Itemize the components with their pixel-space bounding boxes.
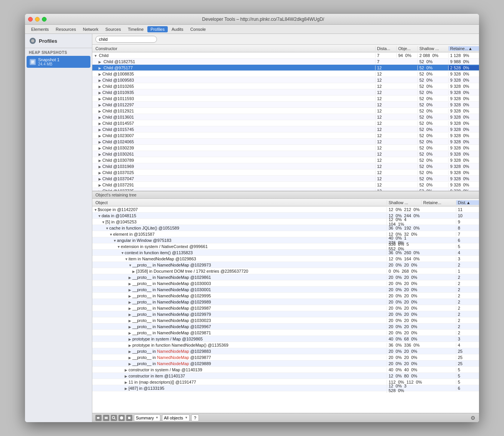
row-shallow: 52 0% bbox=[417, 65, 448, 70]
row-dist: 12 bbox=[375, 65, 396, 70]
summary-dropdown[interactable]: Summary ▼ bbox=[134, 414, 160, 421]
lower-row[interactable]: ▶__proto__ in NamedNodeMap @102998920 0%… bbox=[92, 299, 479, 305]
lower-row[interactable]: ▶__proto__ in NamedNodeMap @102996720 0%… bbox=[92, 324, 479, 330]
table-row[interactable]: ▶Child @10230071252 0%9 328 0% bbox=[92, 132, 479, 139]
table-row[interactable]: ▶Child @10370471252 0%9 328 0% bbox=[92, 176, 479, 182]
menu-network[interactable]: Network bbox=[80, 26, 101, 32]
title-bar: Developer Tools – http://run.plnkr.co/7a… bbox=[25, 14, 479, 25]
lower-row[interactable]: ▼$scope in @114220712 0% 212 0%11 bbox=[92, 206, 479, 213]
svg-marker-7 bbox=[98, 417, 100, 419]
table-row[interactable]: ▶Child @10115931252 0%9 328 0% bbox=[92, 96, 479, 102]
lower-row[interactable]: ▶__proto__ in NamedNodeMap @103000320 0%… bbox=[92, 280, 479, 287]
filter-dropdown[interactable]: All objects ▼ bbox=[162, 414, 190, 421]
table-row[interactable]: ▶Child @10372911252 0%9 328 0% bbox=[92, 182, 479, 188]
table-row[interactable]: ▶Child @10302391252 0%9 328 0% bbox=[92, 145, 479, 151]
main-panel: Constructor Dista... Obje... Shallow ...… bbox=[92, 34, 479, 422]
lower-header-dist[interactable]: Dist.▲ bbox=[456, 200, 479, 205]
lower-row[interactable]: ▶__proto__ in NamedNodeMap @102987120 0%… bbox=[92, 330, 479, 336]
lower-header-retained[interactable]: Retaine... bbox=[421, 200, 456, 205]
table-row[interactable]: ▶Child @10240651252 0%9 328 0% bbox=[92, 139, 479, 145]
search-input[interactable] bbox=[95, 36, 157, 43]
menu-audits[interactable]: Audits bbox=[169, 26, 187, 32]
row-constructor: ▶ Child @975177 bbox=[92, 65, 375, 70]
menu-resources[interactable]: Resources bbox=[53, 26, 79, 32]
search-icon[interactable] bbox=[111, 415, 117, 421]
table-row[interactable]: ▶Child @10109351252 0%9 328 0% bbox=[92, 89, 479, 96]
lower-row[interactable]: ▶[3358] in Document DOM tree / 1792 entr… bbox=[92, 268, 479, 274]
menu-console[interactable]: Console bbox=[187, 26, 209, 32]
table-row-selected[interactable]: ▶ Child @975177 12 52 0% 2 528 0% bbox=[92, 65, 479, 71]
lower-row[interactable]: ▶__proto__ in NamedNodeMap @103000120 0%… bbox=[92, 287, 479, 293]
header-constructor: Constructor bbox=[92, 46, 375, 51]
menu-timeline[interactable]: Timeline bbox=[125, 26, 147, 32]
lower-row[interactable]: ▶__proto__ in NamedNodeMap @102987720 0%… bbox=[92, 354, 479, 361]
table-row[interactable]: ▶Child @10136011252 0%9 328 0% bbox=[92, 114, 479, 120]
settings-icon[interactable]: ⚙ bbox=[470, 415, 476, 421]
table-row[interactable]: ▶Child @10145571252 0%9 328 0% bbox=[92, 120, 479, 126]
lower-row[interactable]: ▼extension in system / NativeContext @99… bbox=[92, 243, 479, 250]
lower-row[interactable]: ▶prototype in system / Map @102986540 0%… bbox=[92, 336, 479, 342]
traffic-lights bbox=[28, 17, 47, 22]
lower-header-shallow[interactable]: Shallow ... bbox=[387, 200, 421, 205]
menu-sources[interactable]: Sources bbox=[102, 26, 124, 32]
table-row[interactable]: ▶ Child @1182751 7 52 0% 9 988 0% bbox=[92, 59, 479, 65]
table-row[interactable]: ▶Child @10307891252 0%9 328 0% bbox=[92, 157, 479, 163]
table-row-child-parent[interactable]: ▼ Child 7 94 0% 2 088 0% 1 128 9% bbox=[92, 52, 479, 59]
table-row[interactable]: ▶Child @10122971252 0%9 328 0% bbox=[92, 102, 479, 108]
maximize-button[interactable] bbox=[42, 17, 47, 22]
snapshot-icon bbox=[30, 59, 36, 65]
help-button[interactable]: ? bbox=[191, 414, 199, 421]
row-constructor: ▶ Child @1182751 bbox=[92, 59, 375, 64]
header-obj[interactable]: Obje... bbox=[396, 46, 417, 51]
svg-rect-14 bbox=[128, 417, 130, 419]
table-row[interactable]: ▶Child @10095831252 0%9 328 0% bbox=[92, 77, 479, 83]
table-row[interactable]: ▶Child @10088351252 0%9 328 0% bbox=[92, 71, 479, 77]
expand-arrow: ▶ bbox=[98, 66, 102, 70]
sidebar-item-snapshot1[interactable]: Snapshot 1 24.4 MB bbox=[27, 56, 90, 68]
lower-table-header: Object Shallow ... Retaine... Dist.▲ bbox=[92, 199, 479, 206]
lower-row[interactable]: ▼item in NamedNodeMap @102986312 0% 164 … bbox=[92, 256, 479, 262]
table-row[interactable]: ▶Child @10102651252 0%9 328 0% bbox=[92, 83, 479, 89]
lower-row[interactable]: ▶__proto__ in NamedNodeMap @102998720 0%… bbox=[92, 305, 479, 311]
row-retained: 1 128 9% bbox=[448, 53, 479, 58]
sidebar-header: Profiles bbox=[25, 34, 92, 48]
filter-label: All objects bbox=[164, 416, 183, 420]
minimize-button[interactable] bbox=[35, 17, 40, 22]
lower-row[interactable]: ▶__proto__ in NamedNodeMap @102988920 0%… bbox=[92, 361, 479, 367]
record-icon[interactable] bbox=[95, 415, 102, 421]
header-dist[interactable]: Dista... bbox=[375, 46, 396, 51]
header-retained[interactable]: Retaine...▲ bbox=[448, 46, 479, 51]
close-button[interactable] bbox=[28, 17, 33, 22]
summary-label: Summary bbox=[136, 416, 154, 420]
table-row[interactable]: ▶Child @10129211252 0%9 328 0% bbox=[92, 108, 479, 114]
lower-row[interactable]: ▼__proto__ in NamedNodeMap @102997320 0%… bbox=[92, 262, 479, 268]
row-dist: 7 bbox=[375, 59, 396, 64]
dot-icon[interactable] bbox=[118, 415, 125, 421]
stop-icon[interactable] bbox=[126, 415, 132, 421]
table-row[interactable]: ▶Child @10319691252 0%9 328 0% bbox=[92, 163, 479, 169]
row-dist: 7 bbox=[375, 53, 396, 58]
snapshot-name: Snapshot 1 bbox=[38, 57, 87, 62]
row-name: Child @975177 bbox=[103, 65, 133, 70]
lower-row[interactable]: ▶__proto__ in NamedNodeMap @102999520 0%… bbox=[92, 293, 479, 299]
header-shallow[interactable]: Shallow ... bbox=[417, 46, 448, 51]
lower-row[interactable]: ▶constructor in item @114013712 0% 80 0%… bbox=[92, 373, 479, 379]
lower-row[interactable]: ▼context in function item() @113582336 0… bbox=[92, 250, 479, 256]
lower-row[interactable]: ▶[487] in @113319512 0% 3 528 0%6 bbox=[92, 385, 479, 391]
upper-table-header: Constructor Dista... Obje... Shallow ...… bbox=[92, 45, 479, 52]
table-row[interactable]: ▶Child @10370251252 0%9 328 0% bbox=[92, 169, 479, 176]
lower-row[interactable]: ▼[5] in @104525312 0% 4 104 1%9 bbox=[92, 219, 479, 225]
menu-profiles[interactable]: Profiles bbox=[147, 26, 168, 32]
callstack-icon[interactable] bbox=[103, 415, 109, 421]
lower-row[interactable]: ▶__proto__ in NamedNodeMap @102986120 0%… bbox=[92, 274, 479, 280]
table-row[interactable]: ▶Child @10377251252 0%9 328 0% bbox=[92, 188, 479, 191]
lower-row[interactable]: ▶__proto__ in NamedNodeMap @102997920 0%… bbox=[92, 311, 479, 317]
menu-elements[interactable]: Elements bbox=[28, 26, 52, 32]
table-row[interactable]: ▶Child @10302611252 0%9 328 0% bbox=[92, 151, 479, 157]
lower-row[interactable]: ▶constructor in system / Map @114013940 … bbox=[92, 367, 479, 373]
table-row[interactable]: ▶Child @10157451252 0%9 328 0% bbox=[92, 126, 479, 132]
lower-row[interactable]: ▶__proto__ in NamedNodeMap @102988320 0%… bbox=[92, 348, 479, 354]
lower-row[interactable]: ▶__proto__ in NamedNodeMap @103002320 0%… bbox=[92, 317, 479, 324]
lower-row[interactable]: ▼cache in function JQLite() @105158936 0… bbox=[92, 225, 479, 231]
lower-row[interactable]: ▶prototype in function NamedNodeMap() @1… bbox=[92, 342, 479, 348]
